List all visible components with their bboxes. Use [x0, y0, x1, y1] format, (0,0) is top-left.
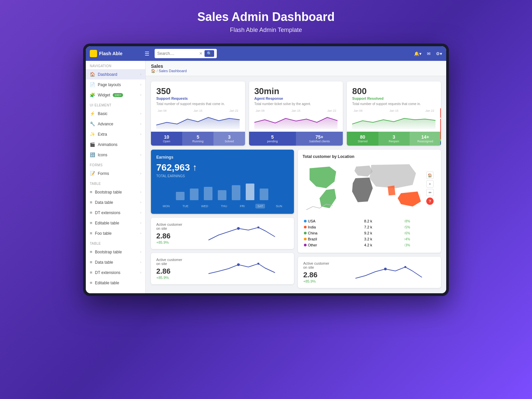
active-customer-number-2: 2.86 [156, 267, 190, 276]
active-customer-pct-1: +85.9% [156, 240, 190, 244]
forms-chevron: › [140, 172, 141, 175]
sidebar-item-basic[interactable]: ⚡ Basic › [86, 108, 145, 119]
stat-card-support-requests: 350 Support Requests Total number of sup… [151, 81, 245, 146]
styler-tab[interactable]: STYLER [440, 119, 441, 139]
content-area: Sales 🏠 / Sales Dashboard 350 [146, 61, 446, 293]
active-customer-title-1: Active customeron site [156, 222, 190, 230]
sidebar-item-foo-table[interactable]: ≡ Foo table › [86, 228, 145, 238]
extra-icon: ✨ [90, 132, 95, 137]
map-area: 🏠 + ✏ ? [303, 162, 436, 215]
basic-chevron: › [140, 112, 141, 115]
active-customer-info-3: Active customeron site 2.86 +85.9% [303, 261, 336, 283]
svg-rect-2 [204, 187, 212, 200]
prebuilt-layouts-tab[interactable]: PREBUILT LAYOUTS [440, 141, 441, 146]
main-layout: Navigation 🏠 Dashboard › 📄 Page layouts … [86, 61, 446, 293]
active-customer-chart-1 [195, 223, 289, 243]
sidebar-item-editable-table2[interactable]: ≡ Editable table [86, 278, 145, 288]
day-fri: FRI [238, 204, 247, 208]
earnings-arrow: ↑ [193, 162, 197, 173]
stat-desc-2: Total number ticket solve by the agent. [254, 102, 338, 106]
stat-label-2: Agent Response [254, 96, 338, 100]
sidebar-item-pagelayouts[interactable]: 📄 Page layouts › [86, 79, 145, 90]
sidebar-item-bootstrap-table[interactable]: ≡ Bootstrap table › [86, 187, 145, 197]
sidebar-item-dt-extensions[interactable]: ≡ DT extensions › [86, 207, 145, 218]
country-row-china: China 9.2 k ↑6% [303, 230, 436, 236]
forms-icon: 📝 [90, 171, 95, 176]
table2-section-label: Table [86, 238, 145, 247]
notifications-icon[interactable]: 🔔▾ [414, 51, 422, 56]
stat-label-1: Support Requests [156, 96, 240, 100]
sidebar-item-dashboard[interactable]: 🏠 Dashboard › [86, 69, 145, 79]
sparkline-2 [254, 112, 338, 129]
stat-card-support-resolved: 800 Support Resolved Total number of sup… [347, 81, 441, 146]
day-mon: MON [161, 204, 172, 208]
map-home-btn[interactable]: 🏠 [426, 172, 434, 179]
sidebar-item-extra[interactable]: ✨ Extra › [86, 129, 145, 139]
sidebar-item-editable-table[interactable]: ≡ Editable table › [86, 218, 145, 228]
active-customer-title-3: Active customeron site [303, 261, 336, 269]
brazil-dot [304, 238, 307, 240]
day-sat: SAT [255, 204, 265, 208]
pagelayouts-icon: 📄 [90, 82, 95, 87]
map-title: Total customer by Location [303, 154, 436, 159]
active-customer-info-2: Active customeron site 2.86 +85.9% [156, 258, 190, 280]
map-help-btn[interactable]: ? [426, 198, 434, 205]
icons-chevron: › [140, 153, 141, 157]
styler-collapse-btn[interactable]: « [440, 108, 441, 118]
earnings-chart [156, 182, 289, 202]
active-customer-number-1: 2.86 [156, 232, 190, 240]
advance-icon: 🔧 [90, 121, 95, 126]
sidebar-item-data-table2[interactable]: ≡ Data table › [86, 257, 145, 267]
svg-rect-4 [232, 185, 240, 200]
sidebar-item-animations[interactable]: 🎬 Animations [86, 139, 145, 150]
widget-icon: 🧩 [90, 92, 95, 97]
sidebar-item-widget[interactable]: 🧩 Widget 100+ › [86, 90, 145, 100]
active-customer-card-1: Active customeron site 2.86 +85.9% [151, 218, 294, 249]
sidebar: Navigation 🏠 Dashboard › 📄 Page layouts … [86, 61, 146, 293]
search-bar[interactable]: ✕ 🔍 [155, 49, 217, 58]
stat-footer-reassigned: 14+ Reassigned [410, 132, 441, 146]
dt-extensions2-icon: ≡ [90, 270, 92, 275]
topbar-right: 🔔▾ ✉ ⚙▾ [414, 51, 442, 56]
active-customer-pct-2: +85.9% [156, 276, 190, 280]
animations-icon: 🎬 [90, 142, 95, 147]
svg-rect-3 [218, 190, 226, 200]
sidebar-item-advance[interactable]: 🔧 Advance › [86, 119, 145, 129]
breadcrumb-home-icon: 🏠 [151, 69, 156, 73]
clear-search-icon[interactable]: ✕ [199, 51, 202, 56]
stat-footer-reopen: 3 Reopen [378, 132, 410, 146]
icons-icon: 🔣 [90, 152, 95, 157]
stat-number-1: 350 [156, 86, 240, 96]
dashboard-chevron: › [140, 72, 141, 76]
nav-section-label: Navigation [86, 61, 145, 69]
sidebar-item-bootstrap-table2[interactable]: ≡ Bootstrap table › [86, 247, 145, 257]
hamburger-icon[interactable]: ☰ [145, 51, 149, 57]
day-wed: WED [199, 204, 210, 208]
forms-section-label: Forms [86, 160, 145, 168]
day-thu: THU [219, 204, 229, 208]
china-dot [304, 232, 307, 234]
other-dot [304, 244, 307, 246]
ui-section-label: UI Element [86, 100, 145, 108]
sidebar-item-forms[interactable]: 📝 Forms › [86, 168, 145, 179]
sidebar-item-icons[interactable]: 🔣 Icons › [86, 150, 145, 160]
map-zoom-in-btn[interactable]: + [426, 180, 434, 188]
stat-footer-running: 5 Running [182, 132, 213, 146]
mail-icon[interactable]: ✉ [427, 51, 431, 56]
stat-label-3: Support Resolved [352, 96, 436, 100]
country-row-usa: USA 8.2 k ↑8% [303, 218, 436, 224]
page-title: Sales [151, 64, 441, 69]
pagelayouts-chevron: › [140, 83, 141, 86]
stat-footer-satisfied: 75+ Satisfied clients [296, 132, 343, 146]
search-button[interactable]: 🔍 [204, 50, 214, 57]
breadcrumb-link[interactable]: Sales Dashboard [159, 69, 187, 73]
search-input[interactable] [157, 51, 197, 56]
brand-icon: ⚡ [90, 50, 97, 57]
settings-icon[interactable]: ⚙▾ [436, 51, 442, 56]
earnings-sublabel: TOTAL EARNINGS [156, 174, 289, 178]
stat-desc-3: Total number of support requests that co… [352, 102, 436, 106]
sidebar-item-dt-extensions2[interactable]: ≡ DT extensions › [86, 267, 145, 278]
sidebar-item-data-table[interactable]: ≡ Data table › [86, 197, 145, 207]
basic-icon: ⚡ [90, 111, 95, 116]
map-edit-btn[interactable]: ✏ [426, 189, 434, 196]
